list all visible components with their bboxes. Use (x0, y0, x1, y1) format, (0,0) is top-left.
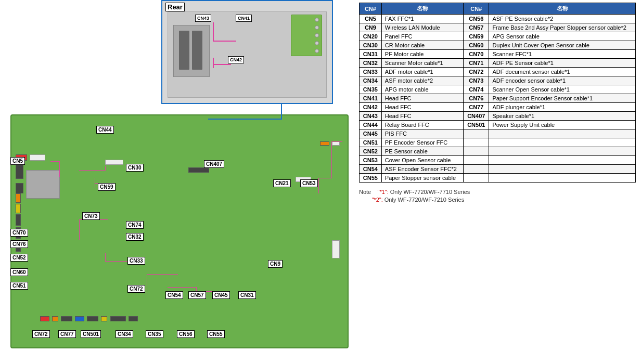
cn76-label: CN76 (10, 240, 28, 248)
table-cell: Panel FFC (381, 32, 463, 41)
table-cell: Head FFC (381, 103, 463, 112)
cn44-label: CN44 (96, 126, 114, 134)
table-cell: ADF PE Sensor cable*1 (489, 59, 636, 68)
table-cell: Relay Board FFC (381, 121, 463, 129)
table-cell: CN74 (464, 85, 489, 94)
col-name2: 名称 (489, 3, 636, 15)
arrow2h (79, 170, 105, 171)
table-row: CN33ADF motor cable*1CN72ADF document se… (360, 68, 636, 76)
table-row: CN44Relay Board FFCCN501Power Supply Uni… (360, 121, 636, 129)
table-cell: CN41 (360, 94, 382, 103)
note-star2-key: "*2": (371, 197, 382, 203)
table-cell: Duplex Unit Cover Open Sensor cable (489, 41, 636, 50)
table-cell: ADF encoder sensor cable*1 (489, 76, 636, 85)
pcb-conn-w-tr (332, 141, 340, 146)
table-cell: CN76 (464, 94, 489, 103)
cn70-label: CN70 (10, 229, 28, 237)
table-row: CN30CR Motor cableCN60Duplex Unit Cover … (360, 41, 636, 50)
pcb-conn-br-dg1 (61, 316, 72, 321)
table-cell: CN52 (360, 147, 382, 156)
table-cell: CN70 (464, 50, 489, 59)
arrow10v (331, 141, 332, 178)
cn-table: CN# 名称 CN# 名称 CN5FAX FFC*1CN56ASF PE Sen… (359, 3, 636, 183)
cn35-label: CN35 (146, 330, 163, 338)
pcb-conn-cn9 (332, 240, 340, 258)
table-row: CN52PE Sensor cable (360, 147, 636, 156)
cn51-label: CN51 (10, 282, 28, 290)
pcb-conn-br-yellow (101, 316, 107, 321)
arrow6h (147, 274, 178, 275)
cn45-label: CN45 (212, 291, 230, 299)
table-cell: ASF PE Sensor cable*2 (489, 15, 636, 23)
table-cell: CN30 (360, 41, 382, 50)
table-cell: CN55 (360, 174, 382, 183)
pcb-conn-orange1 (16, 193, 21, 203)
table-row: CN41Head FFCCN76Paper Support Encoder Se… (360, 94, 636, 103)
table-cell: CN44 (360, 121, 382, 129)
pcb-conn-br-dg3 (110, 316, 126, 321)
table-row: CN45PIS FFC (360, 129, 636, 138)
table-cell: CN54 (360, 165, 382, 174)
table-cell: CN43 (360, 112, 382, 121)
table-row: CN5FAX FFC*1CN56ASF PE Sensor cable*2 (360, 15, 636, 23)
table-cell: CN51 (360, 138, 382, 147)
cn33-label: CN33 (127, 257, 145, 265)
diagram-area: Rear CN43 CN41 CN42 (0, 0, 354, 364)
cn74-label: CN74 (126, 221, 144, 229)
table-cell: CN45 (360, 129, 382, 138)
table-cell (464, 174, 489, 183)
pcb-conn-wm1 (105, 160, 123, 165)
table-cell: CN72 (464, 68, 489, 76)
table-cell: Paper Support Encoder Sensor cable*1 (489, 94, 636, 103)
arrow1h (50, 161, 60, 162)
table-cell: CN34 (360, 76, 382, 85)
table-area: CN# 名称 CN# 名称 CN5FAX FFC*1CN56ASF PE Sen… (354, 0, 641, 364)
connector-line (281, 101, 282, 120)
table-cell: ADF motor cable*1 (381, 68, 463, 76)
table-row: CN9Wireless LAN ModuleCN57Frame Base 2nd… (360, 23, 636, 32)
cn407-label: CN407 (204, 160, 224, 168)
arrow9h (318, 178, 332, 178)
cn5-label: CN5 (10, 157, 25, 165)
col-cn1: CN# (360, 3, 382, 15)
table-cell: CN9 (360, 23, 382, 32)
cn72-label: CN72 (127, 285, 145, 293)
table-cell: CN73 (464, 76, 489, 85)
table-cell: Head FFC (381, 112, 463, 121)
table-cell (464, 165, 489, 174)
table-cell: CN53 (360, 156, 382, 165)
table-cell (489, 156, 636, 165)
table-cell: CN35 (360, 85, 382, 94)
table-cell: Power Supply Unit cable (489, 121, 636, 129)
table-cell: ADF document sensor cable*1 (489, 68, 636, 76)
table-row: CN32Scanner Motor cable*1CN71ADF PE Sens… (360, 59, 636, 68)
rear-label: Rear (165, 3, 185, 11)
table-cell: CN501 (464, 121, 489, 129)
table-cell: PF Encoder Sensor FFC (381, 138, 463, 147)
cn54-label: CN54 (165, 291, 183, 299)
pcb-conn-yellow1 (16, 204, 21, 213)
pcb-conn-white1 (30, 154, 45, 161)
rear-cn43-label: CN43 (195, 15, 211, 22)
table-cell: APG motor cable (381, 85, 463, 94)
pcb-conn-o-tr (320, 141, 329, 146)
arrow9v (318, 178, 319, 193)
cn77-label: CN77 (58, 330, 76, 338)
table-cell: CN33 (360, 68, 382, 76)
note-star1-val: Only WF-7720/WF-7710 Series (390, 189, 470, 195)
table-cell (464, 147, 489, 156)
cn53-label: CN53 (300, 179, 318, 187)
table-row: CN43Head FFCCN407Speaker cable*1 (360, 112, 636, 121)
table-cell: Paper Stopper sensor cable (381, 174, 463, 183)
table-cell: CN42 (360, 103, 382, 112)
table-cell: Head FFC (381, 94, 463, 103)
table-cell: CN32 (360, 59, 382, 68)
table-row: CN42Head FFCCN77ADF plunger cable*1 (360, 103, 636, 112)
rear-inset: Rear CN43 CN41 CN42 (161, 0, 333, 104)
arrow1 (59, 161, 60, 177)
note-star1-key: "*1": (377, 189, 388, 195)
col-cn2: CN# (464, 3, 489, 15)
table-cell (489, 129, 636, 138)
pcb-conn-dm1 (188, 167, 209, 173)
table-row: CN35APG motor cableCN74Scanner Open Sens… (360, 85, 636, 94)
